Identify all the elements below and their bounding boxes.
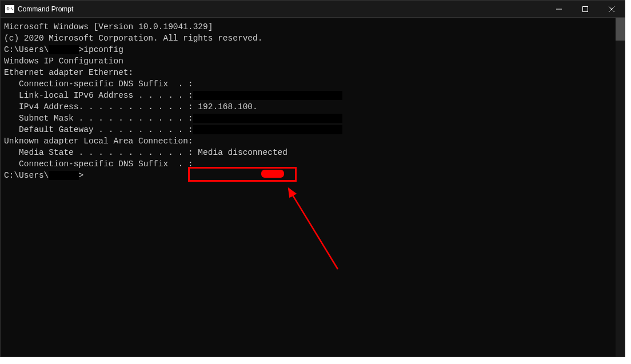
scrollbar[interactable] [616, 18, 625, 357]
redacted-username [49, 171, 78, 180]
terminal-area: Microsoft Windows [Version 10.0.19041.32… [1, 18, 625, 357]
minimize-icon [556, 6, 562, 12]
close-icon [609, 6, 614, 12]
dns-suffix-line: Connection-specific DNS Suffix . : [4, 78, 612, 90]
dns-suffix-line: Connection-specific DNS Suffix . : [4, 158, 612, 170]
cmd-icon [5, 5, 14, 13]
ipv6-line: Link-local IPv6 Address . . . . . : [4, 90, 612, 101]
output-line: Microsoft Windows [Version 10.0.19041.32… [4, 21, 612, 33]
prompt-line: C:\Users\ >ipconfig [4, 44, 612, 55]
media-state-line: Media State . . . . . . . . . . . : Medi… [4, 147, 612, 158]
gateway-label: Default Gateway . . . . . . . . . : [4, 125, 193, 134]
terminal-output[interactable]: Microsoft Windows [Version 10.0.19041.32… [1, 18, 616, 357]
ipv4-value: 192.168.100. [193, 102, 258, 111]
prompt-path: C:\Users\ [4, 45, 49, 54]
ipv4-line: IPv4 Address. . . . . . . . . . . : 192.… [4, 101, 612, 113]
prompt-path: C:\Users\ [4, 171, 49, 180]
window-title: Command Prompt [18, 5, 546, 13]
redacted-ipv6 [193, 91, 342, 100]
arrow-annotation [281, 181, 349, 278]
ipv6-label: Link-local IPv6 Address . . . . . : [4, 91, 193, 100]
subnet-line: Subnet Mask . . . . . . . . . . . : [4, 113, 612, 124]
subnet-label: Subnet Mask . . . . . . . . . . . : [4, 114, 193, 123]
adapter-header: Unknown adapter Local Area Connection: [4, 135, 612, 147]
command-text: >ipconfig [79, 45, 123, 54]
redacted-gateway [193, 125, 342, 134]
adapter-header: Ethernet adapter Ethernet: [4, 67, 612, 78]
close-button[interactable] [598, 1, 625, 17]
scrollbar-thumb[interactable] [616, 18, 625, 41]
maximize-icon [582, 6, 588, 12]
prompt-cursor: > [79, 171, 84, 180]
redacted-username [49, 45, 78, 54]
prompt-line: C:\Users\ > [4, 170, 612, 181]
maximize-button[interactable] [572, 1, 598, 17]
minimize-button[interactable] [546, 1, 572, 17]
gateway-line: Default Gateway . . . . . . . . . : [4, 124, 612, 135]
command-prompt-window: Command Prompt Microsoft Windows [Versio… [0, 0, 625, 357]
output-line: (c) 2020 Microsoft Corporation. All righ… [4, 33, 612, 44]
ipconfig-header: Windows IP Configuration [4, 55, 612, 67]
svg-rect-1 [583, 6, 588, 11]
redacted-subnet [193, 114, 342, 123]
titlebar[interactable]: Command Prompt [1, 1, 625, 18]
window-controls [546, 1, 625, 17]
ipv4-label: IPv4 Address. . . . . . . . . . . : [4, 102, 193, 111]
svg-line-5 [289, 189, 338, 269]
